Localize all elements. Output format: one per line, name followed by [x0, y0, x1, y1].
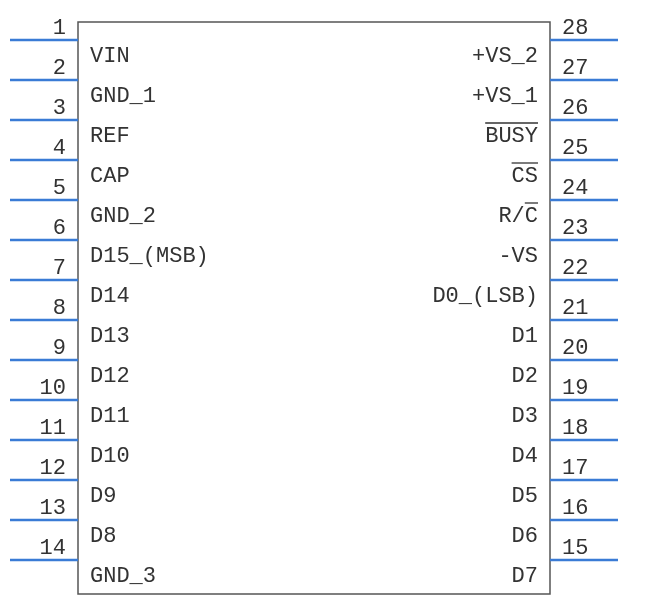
pin-number: 7 — [53, 256, 66, 281]
pin-label: GND_1 — [90, 84, 156, 109]
pin-label: D15_(MSB) — [90, 244, 209, 269]
pin-number: 15 — [562, 536, 588, 561]
pin-number: 11 — [40, 416, 66, 441]
pin-number: 5 — [53, 176, 66, 201]
pin-label: D13 — [90, 324, 130, 349]
pin-number: 17 — [562, 456, 588, 481]
pin-label: VIN — [90, 44, 130, 69]
pin-number: 25 — [562, 136, 588, 161]
pin-number: 14 — [40, 536, 66, 561]
pin-number: 6 — [53, 216, 66, 241]
pin-label: CAP — [90, 164, 130, 189]
pin-label: D2 — [512, 364, 538, 389]
pin-label: D7 — [512, 564, 538, 589]
pin-label: REF — [90, 124, 130, 149]
pin-number: 22 — [562, 256, 588, 281]
pin-number: 28 — [562, 16, 588, 41]
pin-number: 18 — [562, 416, 588, 441]
pin-label: D4 — [512, 444, 538, 469]
pin-label: GND_3 — [90, 564, 156, 589]
pin-label: CS — [512, 164, 538, 189]
pin-number: 4 — [53, 136, 66, 161]
pin-number: 20 — [562, 336, 588, 361]
pin-label: R/C — [498, 204, 538, 229]
pin-number: 21 — [562, 296, 588, 321]
pin-label: D10 — [90, 444, 130, 469]
pin-label: D6 — [512, 524, 538, 549]
pin-number: 3 — [53, 96, 66, 121]
pin-label: +VS_1 — [472, 84, 538, 109]
pin-number: 24 — [562, 176, 588, 201]
pin-label: BUSY — [485, 124, 538, 149]
pin-number: 12 — [40, 456, 66, 481]
pin-label: +VS_2 — [472, 44, 538, 69]
pin-label: D5 — [512, 484, 538, 509]
pin-label: D1 — [512, 324, 538, 349]
pin-number: 13 — [40, 496, 66, 521]
pinout-diagram: 1VIN2GND_13REF4CAP5GND_26D15_(MSB)7D148D… — [0, 0, 648, 612]
pin-number: 16 — [562, 496, 588, 521]
pin-label: -VS — [498, 244, 538, 269]
pin-number: 19 — [562, 376, 588, 401]
pin-number: 26 — [562, 96, 588, 121]
pin-number: 8 — [53, 296, 66, 321]
pin-number: 10 — [40, 376, 66, 401]
pin-label: D9 — [90, 484, 116, 509]
pin-label: D0_(LSB) — [432, 284, 538, 309]
pin-label: D14 — [90, 284, 130, 309]
pin-number: 9 — [53, 336, 66, 361]
pin-label: D11 — [90, 404, 130, 429]
pin-number: 27 — [562, 56, 588, 81]
pin-label: GND_2 — [90, 204, 156, 229]
pin-number: 23 — [562, 216, 588, 241]
pin-label: D3 — [512, 404, 538, 429]
pin-label: D12 — [90, 364, 130, 389]
pin-label: D8 — [90, 524, 116, 549]
pin-number: 1 — [53, 16, 66, 41]
pin-number: 2 — [53, 56, 66, 81]
